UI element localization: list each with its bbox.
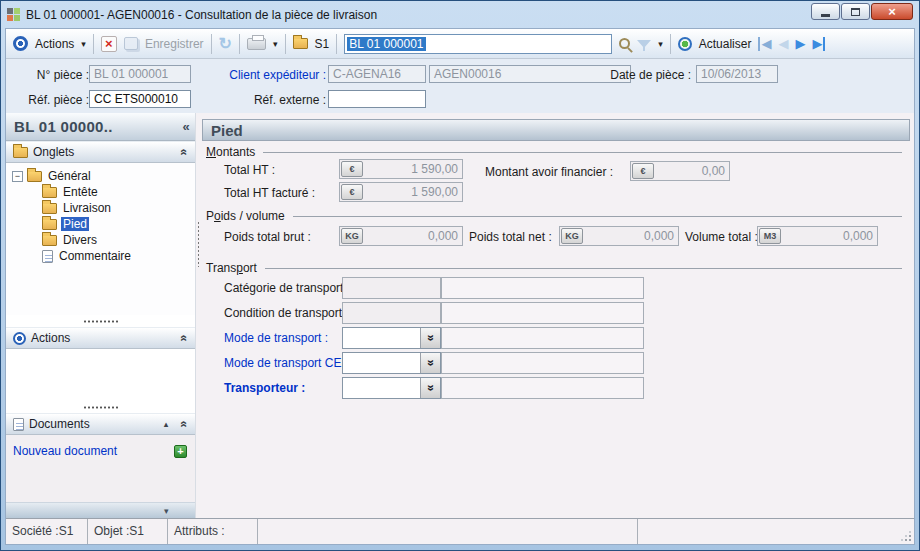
nav-next-button[interactable]: ▶: [795, 37, 805, 51]
tree-item-divers[interactable]: Divers: [6, 232, 195, 248]
selected-text: BL 01 000001: [347, 37, 425, 51]
mode-transport-cee-combo[interactable]: «: [342, 352, 441, 374]
poids-brut-value: 0,000: [363, 229, 462, 243]
search-icon[interactable]: [619, 38, 630, 49]
status-attributs: Attributs :: [168, 519, 258, 544]
volume-total-label: Volume total :: [685, 230, 758, 244]
toolbar-separator: [336, 34, 337, 54]
tree-item-label: Commentaire: [57, 249, 133, 263]
actualiser-button[interactable]: Actualiser: [699, 37, 752, 51]
mode-transport-combo[interactable]: «: [342, 327, 441, 349]
condition-transport-label: Condition de transport:: [224, 306, 345, 320]
tree-item-commentaire[interactable]: Commentaire: [6, 248, 195, 264]
new-document-link[interactable]: Nouveau document: [13, 444, 117, 458]
onglets-section-header[interactable]: Onglets «: [6, 141, 195, 163]
combo-dropdown-button[interactable]: «: [420, 328, 440, 348]
collapse-section-icon[interactable]: «: [178, 421, 192, 428]
actions-section-body: [6, 349, 195, 401]
condition-transport-desc-field: [441, 302, 644, 324]
poids-net-field: KG 0,000: [559, 226, 679, 246]
folder-icon: [42, 203, 57, 214]
combo-dropdown-button[interactable]: «: [420, 378, 440, 398]
sort-up-icon[interactable]: ▴: [164, 419, 169, 429]
group-rule: [263, 152, 902, 153]
tree-item-livraison[interactable]: Livraison: [6, 200, 195, 216]
app-icon: [7, 8, 20, 21]
kg-unit-button[interactable]: KG: [341, 228, 363, 244]
add-document-button[interactable]: +: [174, 445, 187, 458]
delete-button[interactable]: ×: [101, 36, 117, 52]
actualiser-icon: [678, 37, 692, 51]
filter-icon[interactable]: [637, 40, 651, 48]
folder-icon: [42, 235, 57, 246]
ref-externe-input[interactable]: [328, 90, 426, 108]
collapse-section-icon[interactable]: «: [178, 335, 192, 342]
status-objet: Objet :S1: [88, 519, 168, 544]
actions-section-header[interactable]: Actions «: [6, 327, 195, 349]
documents-section-body: Nouveau document +: [6, 435, 195, 502]
document-header-form: N° pièce : BL 01 000001 Réf. pièce : Cli…: [6, 59, 914, 113]
actions-target-icon: [13, 36, 28, 51]
toolbar-separator: [670, 34, 671, 54]
tree-collapse-icon[interactable]: −: [12, 171, 23, 182]
collapse-sidebar-icon[interactable]: «: [182, 119, 190, 134]
documents-section-label: Documents: [29, 417, 90, 431]
chevron-down-icon: ▾: [81, 39, 86, 49]
sidebar-splitter[interactable]: [6, 401, 195, 413]
actions-menu-button[interactable]: Actions: [35, 37, 74, 51]
collapse-section-icon[interactable]: «: [178, 149, 192, 156]
splitter-grip-icon: [197, 221, 200, 267]
chevron-double-down-icon: «: [424, 335, 438, 342]
sidebar-bottom-bar: ▾: [6, 502, 195, 518]
nav-first-button[interactable]: ◀: [758, 37, 771, 51]
transporteur-combo[interactable]: «: [342, 377, 441, 399]
num-piece-label: N° pièce :: [24, 68, 89, 82]
resize-grip-icon[interactable]: [898, 519, 914, 544]
document-search-input[interactable]: BL 01 000001: [344, 34, 612, 54]
total-ht-facture-field: € 1 590,00: [339, 182, 463, 202]
ref-piece-input[interactable]: [89, 90, 191, 108]
mode-transport-label[interactable]: Mode de transport :: [224, 331, 328, 345]
toolbar-separator: [239, 34, 240, 54]
montant-avoir-field: € 0,00: [630, 161, 730, 181]
maximize-button[interactable]: [841, 3, 870, 20]
save-button[interactable]: Enregistrer: [145, 37, 204, 51]
group-montants: Montants: [206, 145, 902, 159]
status-empty-cell: [258, 519, 638, 544]
mode-transport-cee-label[interactable]: Mode de transport CEE :: [224, 356, 356, 370]
sidebar-splitter[interactable]: [6, 315, 195, 327]
euro-unit-button[interactable]: €: [341, 184, 363, 200]
total-ht-field: € 1 590,00: [339, 159, 463, 179]
transporteur-label[interactable]: Transporteur :: [224, 381, 305, 395]
poids-brut-field: KG 0,000: [339, 226, 463, 246]
close-button[interactable]: ×: [871, 3, 913, 20]
condition-transport-field: [342, 302, 441, 324]
minimize-button[interactable]: [811, 3, 840, 20]
kg-unit-button[interactable]: KG: [561, 228, 583, 244]
refresh-icon[interactable]: ↻: [219, 36, 232, 52]
status-societe: Société :S1: [6, 519, 88, 544]
client-expediteur-label[interactable]: Client expéditeur :: [188, 68, 326, 82]
tree-item-entete[interactable]: Entête: [6, 184, 195, 200]
nav-last-button[interactable]: ▶: [812, 37, 825, 51]
nav-previous-button[interactable]: ◀: [778, 37, 788, 51]
print-button[interactable]: [247, 38, 266, 50]
documents-section-header[interactable]: Documents ▴ «: [6, 413, 195, 435]
tree-item-general[interactable]: − Général: [6, 168, 195, 184]
splitter-grip-icon: [83, 320, 119, 323]
filter-dropdown-icon[interactable]: ▾: [658, 39, 663, 49]
actions-target-icon: [13, 332, 26, 345]
combo-dropdown-button[interactable]: «: [420, 353, 440, 373]
mode-transport-desc-field: [441, 327, 644, 349]
print-dropdown-icon[interactable]: ▾: [273, 39, 278, 49]
toolbar-separator: [93, 34, 94, 54]
euro-unit-button[interactable]: €: [341, 161, 363, 177]
ref-piece-label: Réf. pièce :: [24, 93, 89, 107]
client-code-field: C-AGENA16: [328, 65, 426, 83]
euro-unit-button[interactable]: €: [632, 163, 654, 179]
folder-icon: [13, 147, 28, 158]
volume-total-value: 0,000: [781, 229, 877, 243]
tree-item-pied[interactable]: Pied: [6, 216, 195, 232]
scroll-down-icon[interactable]: ▾: [164, 506, 169, 516]
m3-unit-button[interactable]: M3: [759, 228, 781, 244]
